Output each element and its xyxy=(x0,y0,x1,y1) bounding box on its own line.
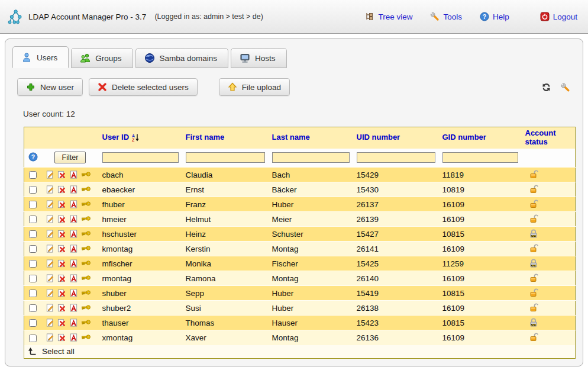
user-id-cell[interactable]: thauser xyxy=(99,316,182,330)
filter-input-user-id[interactable] xyxy=(102,152,179,163)
pdf-icon[interactable] xyxy=(69,229,79,239)
row-checkbox[interactable] xyxy=(29,290,37,297)
user-id-cell[interactable]: kmontag xyxy=(99,242,182,256)
row-checkbox[interactable] xyxy=(29,275,37,282)
edit-icon[interactable] xyxy=(46,259,55,268)
nav-help[interactable]: ?Help xyxy=(480,12,509,21)
pdf-icon[interactable] xyxy=(69,318,79,327)
edit-icon[interactable] xyxy=(46,214,55,224)
user-id-cell[interactable]: rmontag xyxy=(99,271,182,286)
column-header-last-name[interactable]: Last name xyxy=(269,127,353,149)
column-header-account-status[interactable]: Account status xyxy=(522,127,576,149)
pdf-icon[interactable] xyxy=(69,244,79,253)
filter-input-first-name[interactable] xyxy=(186,152,265,163)
row-checkbox[interactable] xyxy=(29,171,37,179)
edit-icon[interactable] xyxy=(46,229,55,239)
column-header-gid-number[interactable]: GID number xyxy=(439,127,522,149)
select-all-link[interactable]: Select all xyxy=(28,347,571,356)
column-header-uid-number[interactable]: UID number xyxy=(353,127,439,149)
row-checkbox[interactable] xyxy=(29,186,37,194)
filter-input-uid-number[interactable] xyxy=(357,152,435,163)
pdf-icon[interactable] xyxy=(69,214,79,224)
filter-input-gid-number[interactable] xyxy=(442,152,518,163)
edit-icon[interactable] xyxy=(46,333,55,342)
filter-input-last-name[interactable] xyxy=(272,152,350,163)
pdf-icon[interactable] xyxy=(69,185,79,194)
password-key-icon[interactable] xyxy=(81,214,91,224)
edit-icon[interactable] xyxy=(46,170,55,179)
row-checkbox[interactable] xyxy=(29,304,37,312)
wrench-icon[interactable] xyxy=(560,82,570,92)
edit-icon[interactable] xyxy=(46,318,55,327)
password-key-icon[interactable] xyxy=(81,244,91,253)
password-key-icon[interactable] xyxy=(81,303,91,313)
password-key-icon[interactable] xyxy=(81,229,91,239)
row-checkbox[interactable] xyxy=(29,319,37,327)
row-checkbox[interactable] xyxy=(29,230,37,238)
delete-icon[interactable] xyxy=(57,229,67,239)
row-checkbox[interactable] xyxy=(29,216,37,223)
edit-icon[interactable] xyxy=(46,303,55,313)
nav-logout[interactable]: Logout xyxy=(540,12,577,21)
password-key-icon[interactable] xyxy=(81,318,91,327)
user-id-cell[interactable]: fhuber xyxy=(99,197,182,212)
row-checkbox[interactable] xyxy=(29,201,37,208)
tab-hosts[interactable]: Hosts xyxy=(231,48,287,68)
filter-help-icon[interactable]: ? xyxy=(28,152,38,162)
tab-groups[interactable]: Groups xyxy=(71,48,133,68)
delete-icon[interactable] xyxy=(57,259,67,268)
password-key-icon[interactable] xyxy=(81,185,91,194)
delete-icon[interactable] xyxy=(57,200,67,209)
edit-icon[interactable] xyxy=(46,200,55,209)
delete-icon[interactable] xyxy=(57,333,67,342)
delete-icon[interactable] xyxy=(57,244,67,253)
nav-tree-view[interactable]: Tree view xyxy=(365,12,412,21)
delete-icon[interactable] xyxy=(57,288,67,298)
column-header-first-name[interactable]: First name xyxy=(182,127,269,149)
delete-selected-users-button[interactable]: Delete selected users xyxy=(89,78,198,96)
user-id-cell[interactable]: mfischer xyxy=(99,256,182,271)
edit-icon[interactable] xyxy=(46,185,55,194)
user-id-cell[interactable]: cbach xyxy=(99,168,182,182)
delete-icon[interactable] xyxy=(57,185,67,194)
delete-icon[interactable] xyxy=(57,170,67,179)
user-id-cell[interactable]: xmontag xyxy=(99,330,182,345)
refresh-icon[interactable] xyxy=(541,82,551,92)
row-checkbox[interactable] xyxy=(29,260,37,268)
pdf-icon[interactable] xyxy=(69,170,79,179)
password-key-icon[interactable] xyxy=(81,274,91,283)
pdf-icon[interactable] xyxy=(69,200,79,209)
user-id-cell[interactable]: ebaecker xyxy=(99,182,182,197)
user-id-cell[interactable]: shuber xyxy=(99,286,182,301)
password-key-icon[interactable] xyxy=(81,200,91,209)
password-key-icon[interactable] xyxy=(81,288,91,298)
delete-icon[interactable] xyxy=(57,274,67,283)
user-id-cell[interactable]: hmeier xyxy=(99,212,182,227)
tab-users[interactable]: Users xyxy=(12,46,69,68)
new-user-button[interactable]: New user xyxy=(17,78,83,96)
unlocked-icon xyxy=(529,199,538,208)
column-header-user-id[interactable]: User ID AZ xyxy=(99,127,182,149)
pdf-icon[interactable] xyxy=(69,303,79,313)
pdf-icon[interactable] xyxy=(69,259,79,268)
edit-icon[interactable] xyxy=(46,274,55,283)
pdf-icon[interactable] xyxy=(69,333,79,342)
user-id-cell[interactable]: hschuster xyxy=(99,227,182,242)
tab-samba-domains[interactable]: Samba domains xyxy=(135,48,229,68)
delete-icon[interactable] xyxy=(57,318,67,327)
password-key-icon[interactable] xyxy=(81,333,91,342)
nav-tools[interactable]: Tools xyxy=(430,12,462,21)
delete-icon[interactable] xyxy=(57,214,67,224)
file-upload-button[interactable]: File upload xyxy=(219,78,290,96)
filter-button[interactable]: Filter xyxy=(54,152,86,163)
delete-icon[interactable] xyxy=(57,303,67,313)
row-checkbox[interactable] xyxy=(29,335,37,342)
user-id-cell[interactable]: shuber2 xyxy=(99,301,182,316)
password-key-icon[interactable] xyxy=(81,259,91,268)
pdf-icon[interactable] xyxy=(69,274,79,283)
row-checkbox[interactable] xyxy=(29,245,37,253)
edit-icon[interactable] xyxy=(46,244,55,253)
password-key-icon[interactable] xyxy=(81,170,91,179)
edit-icon[interactable] xyxy=(46,288,55,298)
pdf-icon[interactable] xyxy=(69,288,79,298)
